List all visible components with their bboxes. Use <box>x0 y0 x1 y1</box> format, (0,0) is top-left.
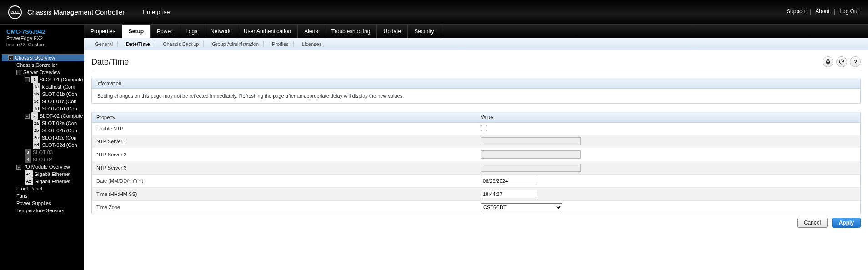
help-icon[interactable]: ? <box>850 56 861 67</box>
tree-badge: A1 <box>25 170 33 178</box>
subtab-general[interactable]: General <box>90 41 118 47</box>
tree-node[interactable]: Power Supplies <box>2 200 84 207</box>
tree-badge: 1a <box>33 83 40 90</box>
row-label-ntp3: NTP Server 3 <box>92 161 477 175</box>
tree-badge: 1 <box>31 76 38 83</box>
tree-node[interactable]: 2aSLOT-02a (Con <box>2 120 84 127</box>
tree-badge: 2a <box>33 120 40 127</box>
tree-badge: 2c <box>33 134 40 141</box>
tree-label: SLOT-02d (Con <box>42 141 77 149</box>
tree-node[interactable]: -1SLOT-01 (Compute <box>2 76 84 83</box>
tree-toggle-icon[interactable]: - <box>16 165 21 170</box>
row-label-tz: Time Zone <box>92 201 477 214</box>
property-table: Property Value Enable NTP NTP Server 1 N… <box>91 112 861 214</box>
tree-label: I/O Module Overview <box>23 163 70 170</box>
timezone-select[interactable]: CST6CDT <box>481 203 562 211</box>
ntp-server-3-input[interactable] <box>481 164 581 172</box>
subtab-group-administration[interactable]: Group Administration <box>207 41 264 47</box>
subtab-chassis-backup[interactable]: Chassis Backup <box>159 41 204 47</box>
date-input[interactable] <box>481 177 537 185</box>
subtab-profiles[interactable]: Profiles <box>267 41 294 47</box>
refresh-icon[interactable] <box>836 56 847 67</box>
tree-toggle-icon[interactable]: - <box>25 114 30 119</box>
tree-node[interactable]: A1Gigabit Ethernet <box>2 170 84 178</box>
tree-toggle-icon[interactable]: - <box>8 55 13 60</box>
tab-setup[interactable]: Setup <box>122 25 151 38</box>
tree-badge: 3 <box>25 149 31 156</box>
tree-node[interactable]: Chassis Controller <box>2 61 84 69</box>
tree-node[interactable]: Temperature Sensors <box>2 207 84 214</box>
tree-label: Fans <box>16 192 27 200</box>
apply-button[interactable]: Apply <box>832 218 861 228</box>
tree-label: SLOT-01 (Compute <box>40 76 83 83</box>
tree-badge: 4 <box>25 156 31 163</box>
tree-node[interactable]: A2Gigabit Ethernet <box>2 178 84 185</box>
info-box: Information Setting changes on this page… <box>91 78 861 104</box>
tab-network[interactable]: Network <box>204 25 237 38</box>
page-title: Date/Time <box>91 57 820 67</box>
tree-badge: A2 <box>25 178 33 185</box>
primary-tabs: PropertiesSetupPowerLogsNetworkUser Auth… <box>84 25 868 38</box>
tree-toggle-icon[interactable]: - <box>16 70 21 75</box>
tree-node[interactable]: -I/O Module Overview <box>2 163 84 170</box>
tab-security[interactable]: Security <box>408 25 441 38</box>
tree-label: Gigabit Ethernet <box>35 178 71 185</box>
subtab-licenses[interactable]: Licenses <box>297 41 326 47</box>
top-links: Support | About | Log Out <box>787 8 859 15</box>
support-link[interactable]: Support <box>787 8 806 15</box>
ntp-server-2-input[interactable] <box>481 150 581 159</box>
tab-logs[interactable]: Logs <box>179 25 204 38</box>
tab-update[interactable]: Update <box>377 25 408 38</box>
tab-power[interactable]: Power <box>151 25 179 38</box>
separator: | <box>810 8 811 15</box>
left-sidebar: CMC-7S6J942 PowerEdge FX2 lmc_e22, Custo… <box>0 25 84 270</box>
context-label: Enterprise <box>143 9 170 15</box>
tree-node[interactable]: -2SLOT-02 (Compute <box>2 112 84 120</box>
tree-node[interactable]: Front Panel <box>2 185 84 192</box>
tree-label: SLOT-03 <box>33 149 53 156</box>
svg-rect-1 <box>827 60 829 61</box>
tree-node[interactable]: 2dSLOT-02d (Con <box>2 141 84 149</box>
tree-node[interactable]: 1bSLOT-01b (Con <box>2 90 84 98</box>
tree-node[interactable]: Fans <box>2 192 84 200</box>
col-property: Property <box>92 112 477 123</box>
tree-label: Server Overview <box>23 69 60 76</box>
dell-logo-icon: DELL <box>8 5 22 19</box>
enable-ntp-checkbox[interactable] <box>481 125 487 131</box>
tree-label: Front Panel <box>16 185 42 192</box>
tree-node[interactable]: -Server Overview <box>2 69 84 76</box>
tree-node[interactable]: 4SLOT-04 <box>2 156 84 163</box>
cancel-button[interactable]: Cancel <box>797 218 828 228</box>
tree-badge: 2b <box>33 127 40 134</box>
ntp-server-1-input[interactable] <box>481 137 581 145</box>
button-row: Cancel Apply <box>91 214 861 228</box>
about-link[interactable]: About <box>815 8 829 15</box>
tree-badge: 2d <box>33 141 40 149</box>
print-icon[interactable] <box>823 56 833 67</box>
tree-node[interactable]: 1dSLOT-01d (Con <box>2 105 84 112</box>
main-content: PropertiesSetupPowerLogsNetworkUser Auth… <box>84 25 868 270</box>
tree-label: SLOT-01c (Con <box>42 98 76 105</box>
tree-toggle-icon[interactable]: - <box>25 77 30 82</box>
tab-properties[interactable]: Properties <box>84 25 122 38</box>
tree-node[interactable]: 3SLOT-03 <box>2 149 84 156</box>
tree-node[interactable]: 2bSLOT-02b (Con <box>2 127 84 134</box>
tree-node[interactable]: 2cSLOT-02c (Con <box>2 134 84 141</box>
logout-link[interactable]: Log Out <box>839 8 859 15</box>
tab-user-authentication[interactable]: User Authentication <box>237 25 298 38</box>
time-input[interactable] <box>481 190 537 198</box>
row-label-ntp2: NTP Server 2 <box>92 148 477 161</box>
system-info: CMC-7S6J942 PowerEdge FX2 lmc_e22, Custo… <box>0 25 84 52</box>
subtab-date-time[interactable]: Date/Time <box>121 41 155 47</box>
tree-node[interactable]: 1cSLOT-01c (Con <box>2 98 84 105</box>
tab-troubleshooting[interactable]: Troubleshooting <box>325 25 377 38</box>
tree-label: Gigabit Ethernet <box>35 170 71 178</box>
separator: | <box>834 8 835 15</box>
tab-alerts[interactable]: Alerts <box>298 25 325 38</box>
tree-badge: 1c <box>33 98 40 105</box>
tree-node[interactable]: 1alocalhost (Com <box>2 83 84 90</box>
secondary-tabs: GeneralDate/TimeChassis BackupGroup Admi… <box>84 38 868 50</box>
tree-label: SLOT-02a (Con <box>42 120 77 127</box>
tree-label: localhost (Com <box>42 83 75 90</box>
tree-node[interactable]: -Chassis Overview <box>2 54 84 61</box>
